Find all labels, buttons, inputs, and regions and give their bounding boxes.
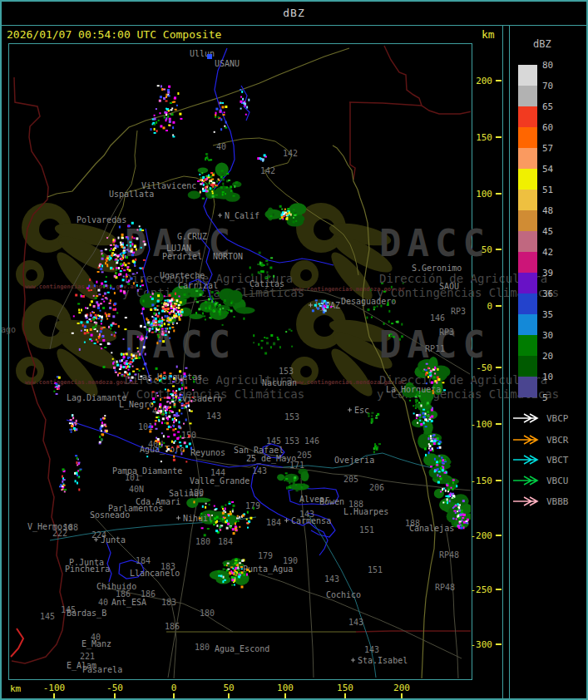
scale-color-block: [518, 148, 537, 169]
svg-text:Bowen: Bowen: [319, 497, 344, 506]
svg-text:Canalejas: Canalejas: [409, 524, 454, 533]
scale-value-label: 45: [542, 226, 571, 237]
svg-text:146: 146: [304, 436, 319, 446]
svg-text:180: 180: [195, 643, 210, 652]
scale-color-block: [518, 210, 537, 231]
scale-value-label: 54: [542, 164, 571, 175]
window-title: dBZ: [2, 2, 586, 26]
svg-text:Sosneado: Sosneado: [90, 510, 130, 520]
legend-arrow-label: VBCT: [546, 455, 569, 466]
scale-color-block: [518, 377, 537, 397]
svg-text:Pasarela: Pasarela: [82, 665, 122, 674]
legend-arrow-label: VBBB: [546, 496, 569, 507]
svg-text:Nacunan: Nacunan: [262, 378, 297, 387]
svg-text:221: 221: [80, 652, 95, 661]
svg-text:DACC: DACC: [125, 323, 236, 366]
svg-text:RP3: RP3: [439, 328, 454, 337]
legend-arrow-vbct: [513, 456, 537, 464]
svg-text:205: 205: [343, 475, 358, 484]
svg-text:Agua_Escond: Agua_Escond: [215, 644, 269, 654]
svg-text:Valle_Grande: Valle_Grande: [190, 476, 250, 486]
scale-value-label: 30: [542, 330, 571, 341]
panel-divider-line: [502, 25, 503, 698]
svg-text:Polvaredas: Polvaredas: [77, 215, 126, 224]
svg-text:205: 205: [297, 451, 312, 460]
scale-color-block: [518, 231, 537, 252]
svg-text:-150: -150: [471, 476, 493, 486]
svg-text:-250: -250: [471, 584, 493, 595]
svg-text:L.Huarpes: L.Huarpes: [343, 507, 388, 516]
svg-text:184: 184: [218, 537, 233, 546]
legend-arrow-label: VBCR: [546, 435, 569, 446]
svg-text:200: 200: [476, 76, 492, 86]
svg-text:-300: -300: [471, 639, 493, 650]
svg-text:151: 151: [368, 565, 383, 574]
svg-text:km: km: [10, 683, 22, 694]
svg-text:Perdriel: Perdriel: [162, 252, 202, 261]
scale-value-label: 80: [542, 60, 571, 71]
svg-text:50: 50: [223, 683, 234, 693]
svg-text:146: 146: [430, 313, 445, 323]
svg-text:144: 144: [210, 468, 225, 477]
svg-text:Lag.Diamante: Lag.Diamante: [67, 393, 126, 402]
svg-text:180: 180: [189, 488, 204, 497]
scale-value-label: 57: [542, 143, 571, 154]
svg-text:0: 0: [487, 301, 492, 312]
svg-text:ago: ago: [1, 325, 16, 334]
scale-color-block: [518, 169, 537, 190]
scale-value-label: 39: [542, 268, 571, 279]
svg-text:145: 145: [266, 436, 281, 446]
scale-value-label: 70: [542, 81, 571, 91]
svg-text:RP48: RP48: [435, 583, 455, 592]
svg-text:143: 143: [364, 645, 379, 654]
scale-color-block: [518, 127, 537, 148]
svg-text:G.CRUZ: G.CRUZ: [177, 232, 207, 241]
svg-text:www.contingencias.mendoza.gov.: www.contingencias.mendoza.gov.ar: [293, 286, 405, 293]
svg-text:www.contingencias.mendoza.gov.: www.contingencias.mendoza.gov.ar: [25, 379, 137, 386]
svg-text:100: 100: [277, 683, 294, 693]
svg-text:143: 143: [348, 618, 363, 627]
scale-value-label: 36: [542, 288, 571, 299]
scale-value-label: 48: [542, 205, 571, 216]
svg-text:142: 142: [283, 149, 298, 158]
svg-text:N_Calif: N_Calif: [225, 211, 259, 221]
svg-text:Catitas: Catitas: [250, 279, 284, 288]
scale-color-block: [518, 190, 537, 210]
right-axis-unit-label: km: [482, 28, 495, 41]
radar-map-canvas: DACCDirección de Agriculturay Contingenc…: [0, 0, 588, 700]
svg-text:Bardas_B: Bardas_B: [67, 609, 106, 619]
svg-text:SAOU: SAOU: [439, 282, 459, 291]
svg-text:Carmensa: Carmensa: [291, 516, 331, 525]
svg-text:Esc: Esc: [354, 406, 369, 415]
svg-text:Carrizal: Carrizal: [178, 281, 218, 290]
svg-text:Ugarteche: Ugarteche: [160, 271, 205, 280]
svg-text:180: 180: [195, 537, 210, 546]
scale-color-block: [518, 65, 537, 86]
svg-text:Sta.Isabel: Sta.Isabel: [358, 656, 408, 665]
svg-text:-100: -100: [471, 419, 493, 430]
svg-text:RP11: RP11: [425, 344, 445, 353]
color-scale-title: dBZ: [533, 38, 551, 50]
svg-text:200: 200: [393, 683, 410, 693]
svg-text:186: 186: [165, 622, 180, 631]
scale-color-block: [518, 252, 537, 273]
svg-text:-100: -100: [43, 683, 66, 693]
scale-panel-border: [509, 25, 510, 698]
scale-value-label: 5: [542, 392, 571, 403]
scale-color-block: [518, 106, 537, 127]
scale-value-label: 60: [542, 122, 571, 133]
svg-text:0: 0: [171, 683, 177, 693]
scale-value-label: 65: [542, 101, 571, 112]
scale-value-label: 10: [542, 372, 571, 382]
svg-text:50: 50: [482, 244, 492, 255]
svg-text:184: 184: [136, 556, 151, 565]
svg-text:153: 153: [284, 412, 299, 421]
timestamp-label: 2026/01/07 00:54:00 UTC Composite: [7, 28, 221, 41]
svg-text:183: 183: [161, 562, 175, 571]
svg-text:142: 142: [260, 166, 275, 175]
scale-color-block: [518, 356, 537, 377]
scale-color-block: [518, 86, 537, 106]
svg-text:E_Manz: E_Manz: [82, 639, 111, 649]
svg-text:-50: -50: [106, 683, 123, 693]
scale-color-block: [518, 335, 537, 356]
